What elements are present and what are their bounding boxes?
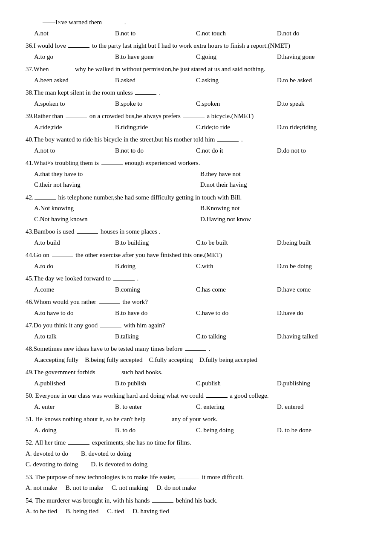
option-D: D.being built [277, 237, 345, 249]
question-43: 43.Bamboo is used houses in some places … [26, 226, 366, 248]
question-text: 41.What×s troubling them is enough exper… [26, 159, 200, 166]
options-row: A.Not knowing B.Knowing not C.Not having… [26, 203, 366, 225]
question-text: 36.I would love to the party last night … [26, 42, 290, 49]
options-row: A.ride;ride B.riding;ride C.ride;to ride… [26, 122, 366, 133]
question-text: 46.Whom would you rather the work? [26, 298, 148, 305]
question-text: 45.The day we looked forward to . [26, 275, 138, 282]
option-C: C. not making [112, 483, 148, 494]
option-B: B. to enter [115, 402, 183, 413]
option-C: C.fully accepting [149, 355, 193, 366]
question-text: 48.Sometimes new ideas have to be tested… [26, 345, 210, 352]
question-45: 45.The day we looked forward to . A.come… [26, 273, 366, 295]
option-C: C.with [196, 261, 264, 272]
option-A: A.accepting fully [34, 355, 78, 366]
option-D: D.to be asked [277, 75, 345, 86]
option-B: B.to publish [115, 378, 183, 389]
question-text: 51. He knows nothing about it, so he can… [26, 416, 217, 422]
option-A: A. enter [34, 402, 102, 413]
question-text: 43.Bamboo is used houses in some places … [26, 228, 160, 235]
question-text: 47.Do you think it any good with him aga… [26, 322, 165, 329]
option-A: A.to go [34, 52, 102, 63]
option-B: B.coming [115, 284, 183, 295]
option-A: A.Not knowing [34, 203, 200, 214]
question-44: 44.Go on the other exercise after you ha… [26, 250, 366, 272]
question-text: 38.The man kept silent in the room unles… [26, 89, 161, 96]
option-D: D.Having not know [200, 214, 366, 225]
option-C: C.to talking [196, 331, 264, 342]
option-C: C. being doing [196, 425, 264, 436]
question-text: 52. All her time experiments, she has no… [26, 439, 191, 446]
option-B: B.talking [115, 331, 183, 342]
option-B: B.not to [115, 28, 183, 39]
option-D: D.not their having [200, 179, 366, 191]
question-54: 54. The murderer was brought in, with hi… [26, 495, 366, 517]
option-B: B. to do [115, 425, 183, 436]
option-A: A. devoted to do [26, 448, 68, 460]
options-row: A. not make B. not to make C. not making… [26, 483, 366, 494]
option-C: C. devoting to doing [26, 459, 78, 470]
option-C: C.going [196, 52, 264, 63]
option-A: A.to talk [34, 331, 102, 342]
option-A: A. doing [34, 425, 102, 436]
intro-text: ——I×ve warned them ______ . [26, 19, 126, 26]
option-C: C.not touch [196, 28, 264, 39]
question-text: 39.Rather than on a crowded bus,he alway… [26, 113, 254, 119]
option-D: D.not do [277, 28, 345, 39]
options-row: A. enter B. to enter C. entering D. ente… [26, 402, 366, 413]
question-36: 36.I would love to the party last night … [26, 40, 366, 62]
question-46: 46.Whom would you rather the work? A.to … [26, 297, 366, 318]
option-D: D.have come [277, 284, 345, 295]
option-A: A.that they have to [34, 169, 200, 180]
question-47: 47.Do you think it any good with him aga… [26, 320, 366, 342]
options-row: A.been asked B.asked C.asking D.to be as… [26, 75, 366, 86]
options-row: A.to go B.to have gone C.going D.having … [26, 52, 366, 63]
option-C: C.their not having [34, 179, 200, 191]
option-D: D.having gone [277, 52, 345, 63]
option-A: A.to have to do [34, 308, 102, 319]
question-52: 52. All her time experiments, she has no… [26, 437, 366, 470]
options-row: A.accepting fully B.being fully accepted… [26, 355, 366, 366]
options-row: A.come B.coming C.has come D.have come [26, 284, 366, 295]
option-D: D. entered [277, 402, 345, 413]
question-53: 53. The purpose of new technologies is t… [26, 472, 366, 494]
option-B: B.Knowing not [200, 203, 366, 214]
question-text: 37.When why he walked in without permiss… [26, 66, 265, 72]
option-C: C.have to do [196, 308, 264, 319]
option-C: C.asking [196, 75, 264, 86]
option-A: A. to be tied [26, 506, 57, 517]
option-A: A.come [34, 284, 102, 295]
option-A: A.been asked [34, 75, 102, 86]
question-text: 44.Go on the other exercise after you ha… [26, 251, 222, 258]
options-row: A.to talk B.talking C.to talking D.havin… [26, 331, 366, 342]
option-A: A.published [34, 378, 102, 389]
options-row: A. devoted to do B. devoted to doing C. … [26, 448, 366, 470]
options-row: A.to do B.doing C.with D.to be doing [26, 261, 366, 272]
question-38: 38.The man kept silent in the room unles… [26, 87, 366, 109]
question-41: 41.What×s troubling them is enough exper… [26, 158, 366, 191]
option-D: D. do not make [156, 483, 196, 494]
option-B: B.being fully accepted [85, 355, 142, 366]
option-C: C.spoken [196, 98, 264, 110]
option-A: A.spoken to [34, 98, 102, 110]
question-40: 40.The boy wanted to ride his bicycle in… [26, 134, 366, 156]
options-row: A. doing B. to do C. being doing D. to b… [26, 425, 366, 436]
options-row: A.to have to do B.to have do C.have to d… [26, 308, 366, 319]
question-39: 39.Rather than on a crowded bus,he alway… [26, 111, 366, 133]
option-C: C. tied [107, 506, 124, 517]
option-B: B. devoted to doing [81, 448, 131, 460]
option-D: D.do not to [277, 145, 345, 156]
option-A: A.not to [34, 145, 102, 156]
option-B: B.not to do [115, 145, 183, 156]
question-text: 53. The purpose of new technologies is t… [26, 474, 244, 480]
option-C: C.has come [196, 284, 264, 295]
option-A: A.to do [34, 261, 102, 272]
option-C: C.to be built [196, 237, 264, 249]
option-B: B.to have do [115, 308, 183, 319]
question-text: 49.The government forbids such bad books… [26, 369, 162, 376]
options-row: A.spoken to B.spoke to C.spoken D.to spe… [26, 98, 366, 110]
intro-options: A.not B.not to C.not touch D.not do [26, 28, 366, 39]
option-D: D.fully being accepted [199, 355, 257, 366]
options-row: A. to be tied B. being tied C. tied D. h… [26, 506, 366, 517]
question-text: 42. his telephone number,she had some di… [26, 194, 242, 201]
options-row: A.that they have to B.they have not C.th… [26, 169, 366, 191]
